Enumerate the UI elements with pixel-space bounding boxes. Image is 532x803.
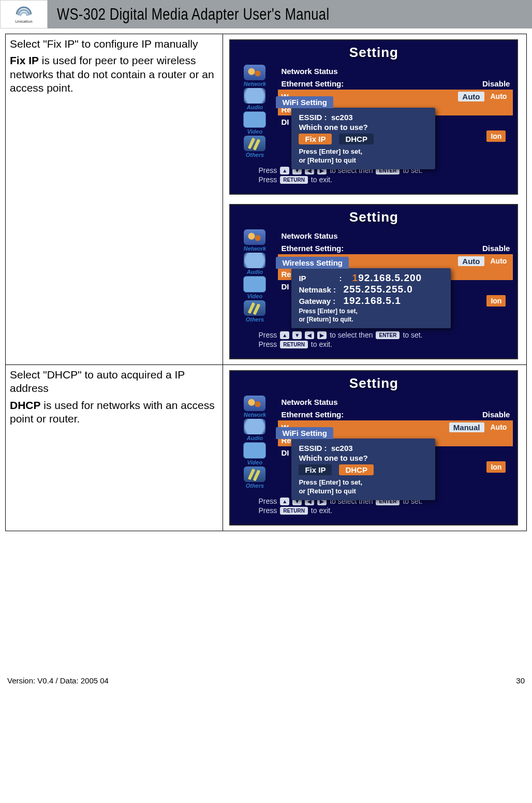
step1-screenshots-cell: Setting Network Audio Video Others Netwo… (223, 34, 527, 365)
screenshot-ip-entry: Setting Network Audio Video Others Netwo… (229, 204, 518, 359)
gateway-field[interactable]: 192.168.5.1 (343, 295, 401, 306)
row-network-status[interactable]: Network Status (278, 65, 513, 77)
side-video[interactable]: Video (234, 442, 275, 465)
row-network-status[interactable]: Network Status (278, 229, 513, 242)
brand-name: Unication (15, 19, 32, 24)
netmask-field[interactable]: 255.255.255.0 (343, 284, 413, 295)
page-footer: Version: V0.4 / Data: 2005 04 30 (0, 676, 532, 695)
return-key-icon: RETURN (280, 176, 308, 184)
popup-tab: WiFi Setting (276, 427, 333, 439)
network-icon (244, 396, 265, 411)
enter-key-icon: ENTER (376, 331, 400, 339)
side-others[interactable]: Others (234, 466, 275, 489)
audio-icon (244, 88, 265, 104)
popup-tab: WiFi Setting (276, 96, 333, 108)
btn-dhcp[interactable]: DHCP (339, 134, 374, 144)
side-network[interactable]: Network (234, 229, 275, 252)
popup-wifi-dhcp: WiFi Setting ESSID : sc203 Which one to … (291, 439, 435, 500)
btn-fixip[interactable]: Fix IP (299, 134, 332, 144)
popup-wifi-fixip: WiFi Setting ESSID : sc203 Which one to … (291, 108, 435, 169)
step2-screenshot-cell: Setting Network Audio Video Others Netwo… (223, 365, 527, 531)
page-header: Unication WS-302 Digital Media Adapter U… (0, 0, 532, 28)
step2-intro: Select "DHCP" to auto acquired a IP addr… (10, 368, 218, 396)
row-ethernet[interactable]: Ethernet Setting:Disable (278, 242, 513, 254)
step2-text-cell: Select "DHCP" to auto acquired a IP addr… (6, 365, 223, 531)
page-number: 30 (516, 676, 525, 685)
others-icon (244, 136, 265, 151)
ui-sidebar: Network Audio Video Others (234, 396, 275, 489)
arrow-up-icon: ▲ (280, 498, 289, 505)
screenshot-fixip: Setting Network Audio Video Others Netwo… (229, 39, 518, 195)
side-video[interactable]: Video (234, 111, 275, 135)
row-ion-chip: Ion (486, 295, 506, 306)
others-icon (244, 466, 265, 482)
arrow-up-icon: ▲ (280, 331, 289, 339)
popup-tab: Wireless Setting (276, 257, 349, 269)
arrow-up-icon: ▲ (280, 167, 289, 174)
side-network[interactable]: Network (234, 396, 275, 418)
row-network-status[interactable]: Network Status (278, 396, 513, 408)
ui-sidebar: Network Audio Video Others (234, 229, 275, 323)
ui-window-title: Setting (230, 371, 517, 393)
row-ion-chip: Ion (486, 461, 506, 473)
side-video[interactable]: Video (234, 276, 275, 299)
return-key-icon: RETURN (280, 341, 308, 348)
ui-window-title: Setting (230, 40, 517, 63)
screenshot-dhcp: Setting Network Audio Video Others Netwo… (229, 370, 518, 525)
side-network[interactable]: Network (234, 65, 275, 87)
step1-intro: Select "Fix IP" to configure IP manually (10, 37, 218, 51)
arrow-down-icon: ▼ (292, 331, 302, 339)
arrow-left-icon: ◀ (305, 331, 314, 339)
version-text: Version: V0.4 / Data: 2005 04 (7, 676, 109, 685)
document-title: WS-302 Digital Media Adapter User's Manu… (57, 5, 329, 24)
return-key-icon: RETURN (280, 507, 308, 515)
step1-text-cell: Select "Fix IP" to configure IP manually… (6, 34, 223, 365)
side-others[interactable]: Others (234, 136, 275, 158)
side-audio[interactable]: Audio (234, 419, 275, 441)
btn-fixip[interactable]: Fix IP (299, 464, 332, 475)
side-audio[interactable]: Audio (234, 88, 275, 110)
row-ion-chip: Ion (486, 130, 506, 142)
ui-footer: Press ▲ ▼ ◀ ▶ to select then ENTER to se… (230, 327, 517, 355)
video-icon (243, 111, 266, 128)
audio-icon (244, 253, 265, 268)
row-ethernet[interactable]: Ethernet Setting:Disable (278, 77, 513, 90)
step2-body: DHCP is used for networks with an access… (10, 399, 218, 426)
step1-body: Fix IP is used for peer to peer wireless… (10, 54, 218, 95)
video-icon (243, 442, 266, 459)
btn-dhcp[interactable]: DHCP (339, 464, 374, 475)
network-icon (244, 65, 265, 80)
title-bar: WS-302 Digital Media Adapter User's Manu… (48, 0, 532, 28)
video-icon (243, 276, 266, 293)
ui-sidebar: Network Audio Video Others (234, 65, 275, 158)
arrow-right-icon: ▶ (317, 331, 327, 339)
others-icon (244, 300, 265, 316)
network-icon (244, 229, 265, 245)
audio-icon (244, 419, 265, 434)
logo-icon (15, 5, 33, 18)
side-others[interactable]: Others (234, 300, 275, 323)
ui-window-title: Setting (230, 205, 517, 227)
side-audio[interactable]: Audio (234, 253, 275, 275)
instruction-table: Select "Fix IP" to configure IP manually… (5, 34, 527, 531)
brand-logo: Unication (0, 0, 48, 28)
ip-field[interactable]: 192.168.5.200 (352, 272, 422, 284)
popup-wireless-ip: Wireless Setting IP: 192.168.5.200 Netma… (291, 268, 451, 328)
row-ethernet[interactable]: Ethernet Setting:Disable (278, 408, 513, 420)
